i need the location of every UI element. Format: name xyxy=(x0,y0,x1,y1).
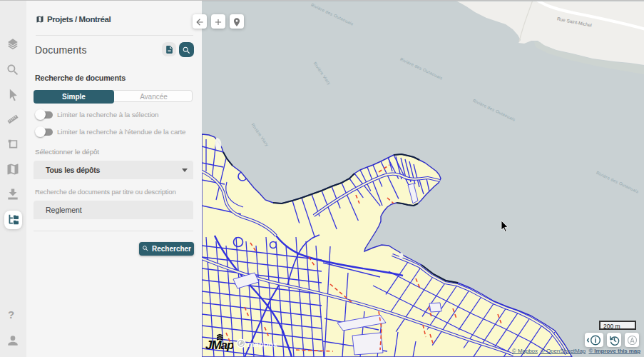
svg-text:JMap: JMap xyxy=(205,338,233,352)
svg-text:mapbox: mapbox xyxy=(247,340,277,348)
